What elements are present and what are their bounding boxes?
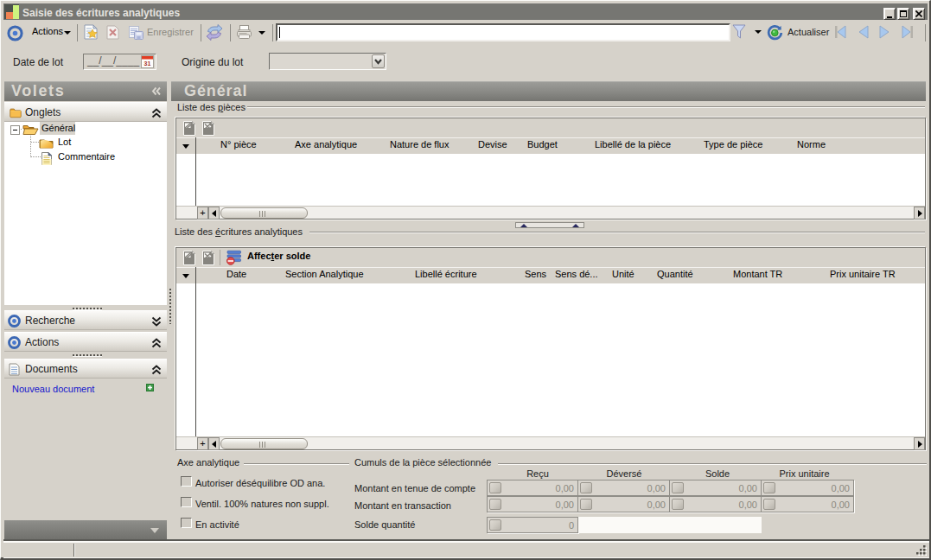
svg-text:31: 31 (144, 60, 151, 67)
